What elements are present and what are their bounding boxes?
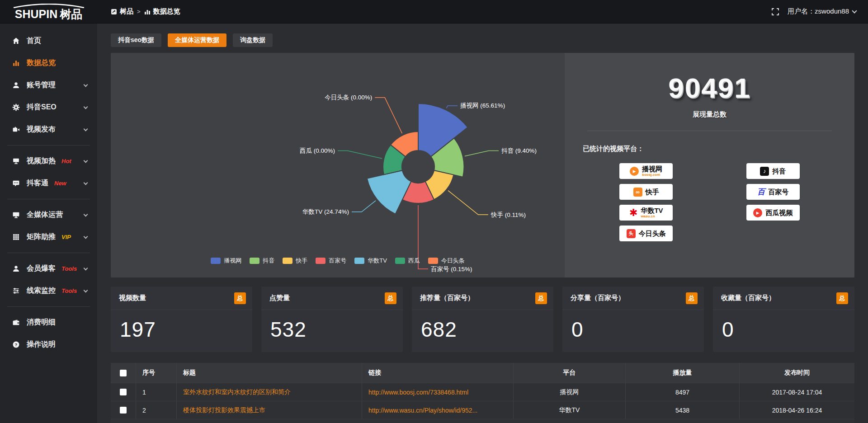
sidebar-item-9[interactable]: 矩阵助推VIP <box>0 226 97 248</box>
platform-badge-抖音[interactable]: ♪抖音 <box>746 163 800 179</box>
pie-slice-华数TV[interactable] <box>367 170 411 214</box>
rose-pie-chart: 播视网 (65.61%)抖音 (9.40%)快手 (0.11%)百家号 (0.1… <box>111 53 565 277</box>
total-badge[interactable]: 总 <box>535 292 547 304</box>
tab-2[interactable]: 全媒体运营数据 <box>168 33 226 47</box>
table-cell-link[interactable]: http://www.wasu.cn/Play/show/id/952... <box>362 401 514 419</box>
sidebar-item-label: 操作说明 <box>27 340 56 349</box>
sidebar-item-7[interactable]: 抖客通New <box>0 172 97 194</box>
sidebar-item-12[interactable]: 消费明细 <box>0 311 97 334</box>
platform-badge-今日头条[interactable]: 头今日头条 <box>619 226 673 241</box>
platform-sub: boosj.com <box>642 173 662 177</box>
sidebar-item-label: 抖音SEO <box>27 103 57 112</box>
sidebar: 首页数据总览账号管理抖音SEO视频发布视频加热Hot抖客通New全媒体运营矩阵助… <box>0 24 97 423</box>
table-cell-link[interactable]: http://www.boosj.com/7338468.html <box>362 383 514 401</box>
sidebar-item-8[interactable]: 全媒体运营 <box>0 204 97 226</box>
table-cell-title[interactable]: 楼体投影灯投影效果震撼上市 <box>177 401 362 419</box>
logo-text: SHUPIN树品 <box>15 9 82 20</box>
legend-item-快手[interactable]: 快手 <box>283 257 307 265</box>
platform-badge-西瓜视频[interactable]: ▶西瓜视频 <box>746 205 800 221</box>
stat-card-2: 点赞量总532 <box>261 287 403 352</box>
stat-card-value: 197 <box>111 310 252 349</box>
legend-item-今日头条[interactable]: 今日头条 <box>428 257 465 265</box>
chevron-down-icon <box>84 266 88 270</box>
sidebar-item-3[interactable]: 账号管理 <box>0 74 97 96</box>
platform-badge-text: 播视网boosj.com <box>642 165 662 177</box>
grid-icon <box>12 233 20 241</box>
platform-badge-快手[interactable]: ∞快手 <box>619 184 673 200</box>
tab-bar: 抖音seo数据全媒体运营数据询盘数据 <box>111 33 854 47</box>
stat-card-value: 682 <box>412 310 553 349</box>
legend-item-华数TV[interactable]: 华数TV <box>354 257 387 265</box>
sliders-icon <box>12 287 20 295</box>
total-badge[interactable]: 总 <box>836 292 848 304</box>
platform-badge-百家号[interactable]: 百百家号 <box>746 184 800 200</box>
legend-label: 快手 <box>296 257 307 265</box>
sidebar-item-11[interactable]: 线索监控Tools <box>0 280 97 302</box>
sidebar-item-label: 全媒体运营 <box>27 210 63 220</box>
wasu-logo: ✱ <box>629 208 637 218</box>
row-checkbox-cell <box>111 383 136 401</box>
platform-name: 华数TV <box>641 207 663 214</box>
fullscreen-icon[interactable] <box>771 8 779 16</box>
platform-badge-华数TV[interactable]: ✱华数TVwasu.cn <box>619 205 673 221</box>
user-icon <box>12 81 20 89</box>
legend-label: 抖音 <box>263 257 274 265</box>
video-table: 序号标题链接平台播放量发布时间1室外水纹灯和室内水纹灯的区别和简介http://… <box>111 363 854 423</box>
legend-item-播视网[interactable]: 播视网 <box>211 257 241 265</box>
platform-name: 快手 <box>646 188 659 195</box>
row-checkbox[interactable] <box>120 389 127 395</box>
legend-swatch <box>395 258 405 264</box>
total-badge[interactable]: 总 <box>385 292 396 304</box>
tab-1[interactable]: 抖音seo数据 <box>111 33 161 47</box>
sidebar-item-4[interactable]: 抖音SEO <box>0 96 97 118</box>
table-cell-time: 2017-08-24 17:04 <box>740 383 854 401</box>
stat-card-header: 收藏量（百家号）总 <box>713 287 854 310</box>
stat-card-4: 分享量（百家号）总0 <box>562 287 704 352</box>
chevron-down-icon <box>84 288 88 292</box>
total-badge[interactable]: 总 <box>234 292 246 304</box>
table-header-c-plat: 平台 <box>514 363 626 383</box>
username-text[interactable]: 用户名：zswodun88 <box>788 7 856 16</box>
sidebar-item-2[interactable]: 数据总览 <box>0 52 97 74</box>
legend-item-西瓜[interactable]: 西瓜 <box>395 257 420 265</box>
tab-3[interactable]: 询盘数据 <box>233 33 273 47</box>
breadcrumb-item-page[interactable]: 数据总览 <box>144 7 180 16</box>
table-cell-platform: 华数TV <box>514 401 626 419</box>
sidebar-item-badge: New <box>54 180 66 187</box>
sidebar-item-13[interactable]: ?操作说明 <box>0 334 97 356</box>
pie-label: 今日头条 (0.00%) <box>325 94 372 101</box>
total-badge[interactable]: 总 <box>686 292 698 304</box>
platform-sub: wasu.cn <box>641 215 663 218</box>
row-checkbox[interactable] <box>120 407 127 414</box>
pie-svg: 播视网 (65.61%)抖音 (9.40%)快手 (0.11%)百家号 (0.1… <box>111 53 565 277</box>
table-header-row: 序号标题链接平台播放量发布时间 <box>111 363 854 383</box>
legend-label: 西瓜 <box>408 257 420 265</box>
chevron-down-icon <box>84 234 88 239</box>
topbar-right: 用户名：zswodun88 <box>771 7 868 16</box>
legend-label: 百家号 <box>329 257 346 265</box>
svg-text:?: ? <box>14 342 17 347</box>
sidebar-item-label: 视频发布 <box>27 125 56 134</box>
sidebar-item-6[interactable]: 视频加热Hot <box>0 150 97 172</box>
platform-badge-播视网[interactable]: ▶播视网boosj.com <box>619 163 673 179</box>
legend-label: 华数TV <box>368 257 387 265</box>
legend-item-百家号[interactable]: 百家号 <box>316 257 346 265</box>
breadcrumb-label: 数据总览 <box>153 7 180 16</box>
stat-card-value: 532 <box>261 310 403 349</box>
legend-item-抖音[interactable]: 抖音 <box>250 257 274 265</box>
table-cell-title[interactable]: 室外水纹灯和室内水纹灯的区别和简介 <box>177 383 362 401</box>
username-value: zswodun88 <box>815 7 849 15</box>
select-all-checkbox[interactable] <box>120 370 127 376</box>
main-content: 抖音seo数据全媒体运营数据询盘数据 播视网 (65.61%)抖音 (9.40%… <box>97 24 868 423</box>
monitor-icon <box>12 211 20 219</box>
breadcrumb-item-home[interactable]: 树品 <box>111 7 133 16</box>
sidebar-item-10[interactable]: 会员爆客Tools <box>0 258 97 280</box>
sidebar-item-1[interactable]: 首页 <box>0 30 97 52</box>
legend-label: 播视网 <box>224 257 241 265</box>
sidebar-item-5[interactable]: 视频发布 <box>0 118 97 141</box>
legend-swatch <box>428 258 438 264</box>
toutiao-logo: 头 <box>627 229 636 238</box>
row-checkbox-cell <box>111 401 136 419</box>
table-row-1: 1室外水纹灯和室内水纹灯的区别和简介http://www.boosj.com/7… <box>111 383 854 401</box>
sidebar-divider <box>7 253 90 253</box>
